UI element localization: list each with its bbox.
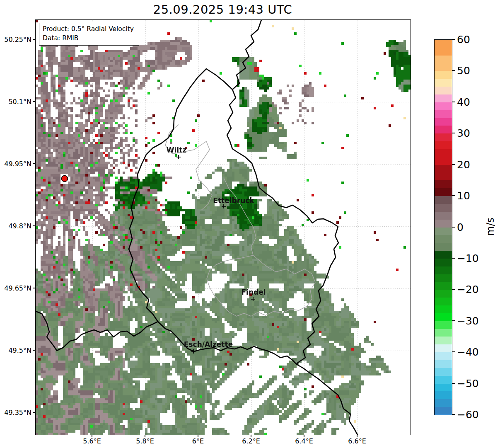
lon-tick-label: 6.6°E [348, 437, 366, 445]
colorbar-tick-mark [452, 227, 455, 228]
lon-tick-label: 6°E [192, 437, 204, 445]
colorbar-tick-label: −60 [457, 409, 479, 421]
colorbar-tick-mark [452, 414, 455, 415]
radar-figure: 25.09.2025 19:43 UTC Product: 0.5° Radia… [0, 0, 500, 448]
map-axes: Product: 0.5° Radial Velocity Data: RMIB… [35, 19, 411, 435]
colorbar-tick-label: −20 [457, 283, 479, 295]
colorbar-tick-label: −10 [457, 252, 479, 264]
city-label: Esch/Alzette [184, 340, 233, 349]
colorbar-tick-mark [452, 195, 455, 196]
lat-tick-label: 49.8°N [0, 222, 31, 230]
radar-velocity-raster [36, 20, 411, 435]
colorbar-tick-label: −30 [457, 315, 479, 327]
colorbar-tick-label: 30 [457, 127, 470, 139]
lat-tick-mark [33, 350, 35, 351]
lon-tick-mark [198, 435, 198, 437]
lat-tick-label: 49.5°N [0, 346, 31, 354]
colorbar-tick-label: 60 [457, 34, 470, 46]
lat-tick-label: 49.95°N [0, 160, 31, 168]
lon-tick-label: 5.8°E [136, 437, 154, 445]
colorbar [434, 39, 452, 415]
product-line: Product: 0.5° Radial Velocity [43, 25, 134, 34]
lat-tick-mark [33, 225, 35, 226]
lon-tick-mark [145, 435, 145, 437]
colorbar-tick-mark [452, 102, 455, 102]
colorbar-tick-mark [452, 133, 455, 133]
colorbar-tick-mark [452, 383, 455, 384]
product-info-box: Product: 0.5° Radial Velocity Data: RMIB [39, 23, 139, 46]
city-label: Ettelbruck [213, 196, 254, 205]
colorbar-tick-label: 40 [457, 96, 470, 108]
lat-tick-label: 49.65°N [0, 284, 31, 292]
lon-tick-mark [304, 435, 304, 437]
lat-tick-mark [33, 288, 35, 288]
lat-tick-label: 50.25°N [0, 36, 31, 44]
city-label: Findel [241, 288, 266, 296]
colorbar-tick-mark [452, 164, 455, 165]
lat-tick-mark [33, 39, 35, 40]
colorbar-tick-label: 20 [457, 158, 470, 170]
colorbar-tick-label: −40 [457, 346, 479, 358]
lon-tick-label: 6.4°E [295, 437, 313, 445]
colorbar-tick-mark [452, 289, 455, 290]
lat-tick-label: 50.1°N [0, 98, 31, 106]
colorbar-tick-mark [452, 320, 455, 321]
colorbar-unit-label: m/s [485, 218, 496, 236]
lat-tick-mark [33, 163, 35, 164]
lon-tick-label: 5.6°E [83, 437, 101, 445]
colorbar-tick-label: 0 [457, 221, 464, 233]
colorbar-tick-mark [452, 70, 455, 71]
colorbar-tick-mark [452, 351, 455, 352]
lat-tick-mark [33, 101, 35, 102]
lon-tick-mark [92, 435, 92, 437]
figure-title: 25.09.2025 19:43 UTC [35, 2, 410, 17]
colorbar-tick-label: 10 [457, 190, 470, 202]
colorbar-tick-mark [452, 39, 455, 40]
data-source-line: Data: RMIB [43, 34, 134, 43]
lon-tick-label: 6.2°E [242, 437, 260, 445]
colorbar-tick-label: −50 [457, 377, 479, 389]
lon-tick-mark [251, 435, 251, 437]
colorbar-tick-mark [452, 258, 455, 259]
lat-tick-label: 49.35°N [0, 409, 31, 417]
city-label: Wiltz [167, 146, 186, 154]
lon-tick-mark [357, 435, 357, 437]
colorbar-tick-label: 50 [457, 65, 470, 77]
lat-tick-mark [33, 412, 35, 413]
